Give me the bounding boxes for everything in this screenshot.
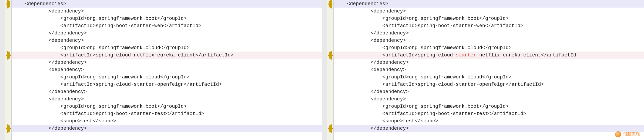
- code-line[interactable]: </dependency>: [12, 88, 322, 96]
- right-marker-row: [327, 44, 333, 52]
- right-marker-row: [327, 110, 333, 117]
- code-line[interactable]: <artifactId>spring-boot-starter-web</art…: [334, 22, 644, 30]
- code-line[interactable]: <groupId>org.springframework.boot</group…: [334, 15, 644, 22]
- right-marker-row: [327, 59, 333, 66]
- right-marker-row: [327, 81, 333, 88]
- code-line[interactable]: <groupId>org.springframework.boot</group…: [12, 15, 322, 22]
- code-line[interactable]: <dependency>: [12, 66, 322, 74]
- left-marker-row: [5, 37, 11, 44]
- code-line[interactable]: <dependency>: [334, 37, 644, 44]
- code-line[interactable]: </dependency>: [334, 125, 644, 132]
- diff-apply-left-icon[interactable]: [328, 55, 333, 56]
- left-marker-row: [5, 52, 11, 59]
- code-line[interactable]: </dependency>: [334, 59, 644, 66]
- code-line[interactable]: </dependency>: [334, 88, 644, 96]
- right-marker-row: [327, 30, 333, 37]
- left-code-area[interactable]: <dependencies> <dependency> <groupId>org…: [12, 0, 322, 140]
- code-line[interactable]: <artifactId>spring-cloud-starter-openfei…: [12, 81, 322, 88]
- diff-apply-left-icon[interactable]: [328, 4, 333, 5]
- left-marker-row: [5, 22, 11, 30]
- code-line[interactable]: <artifactId>spring-boot-starter-web</art…: [12, 22, 322, 30]
- left-marker-row: [5, 74, 11, 81]
- diff-apply-right-icon[interactable]: [6, 128, 11, 129]
- right-marker-row: [327, 15, 333, 22]
- code-line[interactable]: </dependency>: [12, 30, 322, 37]
- right-marker-row: [327, 52, 333, 59]
- code-line[interactable]: <groupId>org.springframework.cloud</grou…: [12, 74, 322, 81]
- left-marker-row: [5, 117, 11, 125]
- code-line[interactable]: </dependency>: [12, 125, 322, 132]
- diff-inserted-text: starter-: [456, 52, 479, 58]
- right-code-area[interactable]: <dependencies> <dependency> <groupId>org…: [334, 0, 644, 140]
- code-line[interactable]: <artifactId>spring-cloud-starter-openfei…: [334, 81, 644, 88]
- code-line[interactable]: <artifactId>spring-cloud-netflix-eureka-…: [12, 52, 322, 59]
- code-line[interactable]: </dependency>: [334, 30, 644, 37]
- left-marker-row: [5, 110, 11, 117]
- code-line[interactable]: <dependency>: [12, 96, 322, 103]
- right-marker-row: [327, 37, 333, 44]
- code-line[interactable]: <scope>test</scope>: [12, 117, 322, 125]
- right-marker-row: [327, 0, 333, 8]
- code-line[interactable]: <dependencies>: [12, 0, 322, 8]
- right-marker-row: [327, 117, 333, 125]
- right-marker-row: [327, 66, 333, 74]
- diff-apply-left-icon[interactable]: [328, 128, 333, 129]
- left-marker-row: [5, 8, 11, 15]
- right-marker-row: [327, 125, 333, 132]
- code-line[interactable]: <groupId>org.springframework.cloud</grou…: [334, 74, 644, 81]
- left-marker-row: [5, 96, 11, 103]
- code-line[interactable]: <dependency>: [12, 37, 322, 44]
- right-marker-row: [327, 88, 333, 96]
- text-caret: [87, 126, 87, 131]
- code-line[interactable]: <dependencies>: [334, 0, 644, 8]
- code-line[interactable]: <dependency>: [334, 8, 644, 15]
- code-line[interactable]: <groupId>org.springframework.cloud</grou…: [12, 44, 322, 52]
- code-line[interactable]: <artifactId>spring-boot-starter-test</ar…: [334, 110, 644, 117]
- right-marker-row: [327, 103, 333, 110]
- left-marker-row: [5, 88, 11, 96]
- right-marker-row: [327, 22, 333, 30]
- left-marker-row: [5, 30, 11, 37]
- code-line[interactable]: <dependency>: [334, 66, 644, 74]
- left-marker-row: [5, 103, 11, 110]
- diff-apply-right-icon[interactable]: [6, 4, 11, 5]
- right-marker-row: [327, 74, 333, 81]
- left-marker-row: [5, 59, 11, 66]
- left-outer-gutter: [0, 0, 5, 140]
- right-outer-gutter: [322, 0, 327, 140]
- left-marker-gutter: [5, 0, 12, 140]
- left-marker-row: [5, 44, 11, 52]
- right-marker-row: [327, 96, 333, 103]
- code-line[interactable]: </dependency>: [12, 59, 322, 66]
- code-line[interactable]: <groupId>org.springframework.cloud</grou…: [334, 44, 644, 52]
- diff-apply-right-icon[interactable]: [6, 55, 11, 56]
- diff-left-pane: <dependencies> <dependency> <groupId>org…: [0, 0, 322, 140]
- code-line[interactable]: <groupId>org.springframework.boot</group…: [12, 103, 322, 110]
- code-line[interactable]: <groupId>org.springframework.boot</group…: [334, 103, 644, 110]
- left-marker-row: [5, 0, 11, 8]
- diff-right-pane: <dependencies> <dependency> <groupId>org…: [322, 0, 644, 140]
- code-line[interactable]: <dependency>: [12, 8, 322, 15]
- code-line[interactable]: <scope>test</scope>: [334, 117, 644, 125]
- right-marker-gutter: [327, 0, 334, 140]
- left-marker-row: [5, 66, 11, 74]
- left-marker-row: [5, 125, 11, 132]
- left-marker-row: [5, 81, 11, 88]
- right-marker-row: [327, 8, 333, 15]
- left-marker-row: [5, 15, 11, 22]
- code-line[interactable]: <dependency>: [334, 96, 644, 103]
- code-line[interactable]: <artifactId>spring-cloud-starter-netflix…: [334, 52, 644, 59]
- code-line[interactable]: <artifactId>spring-boot-starter-test</ar…: [12, 110, 322, 117]
